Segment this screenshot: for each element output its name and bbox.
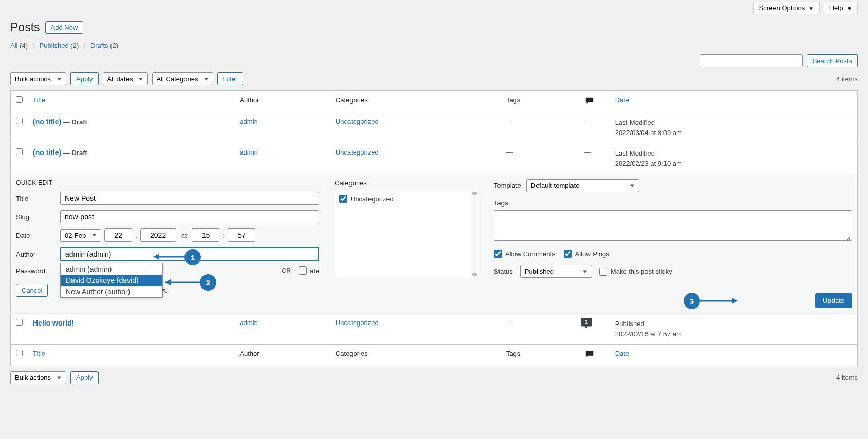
tags-cell: — — [501, 314, 579, 345]
search-posts-button[interactable]: Search Posts — [807, 54, 858, 67]
filter-button[interactable]: Filter — [217, 72, 244, 85]
bulk-actions-select-bottom[interactable]: Bulk actions — [10, 371, 66, 384]
qe-tags-label: Tags — [494, 199, 852, 207]
qe-allow-comments[interactable]: Allow Comments — [494, 250, 556, 258]
screen-options-tab[interactable]: Screen Options ▼ — [753, 2, 820, 14]
category-link[interactable]: Uncategorized — [336, 319, 379, 327]
comments-cell: — — [579, 112, 610, 143]
caret-down-icon: ▼ — [847, 6, 852, 11]
qe-tags-textarea[interactable] — [494, 210, 852, 241]
qe-password-label: Password — [16, 267, 60, 275]
qe-categories-box: Uncategorized — [335, 190, 478, 277]
screen-options-label: Screen Options — [759, 4, 805, 12]
items-count-bottom: 4 items — [836, 374, 858, 381]
author-link[interactable]: admin — [239, 148, 257, 156]
bulk-actions-select[interactable]: Bulk actions — [10, 72, 66, 85]
author-option[interactable]: New Author (author) — [61, 286, 162, 297]
qe-date-label: Date — [16, 232, 60, 239]
col-date[interactable]: Date — [610, 345, 858, 366]
col-tags: Tags — [501, 345, 579, 366]
select-all-checkbox-footer[interactable] — [16, 350, 23, 356]
post-status: — Draft — [63, 149, 87, 157]
search-input[interactable] — [700, 54, 803, 67]
tags-cell: — — [501, 143, 579, 174]
comments-cell[interactable]: 1X — [579, 314, 610, 345]
update-button[interactable]: Update — [815, 293, 852, 308]
row-checkbox[interactable] — [16, 148, 23, 155]
post-status: — Draft — [63, 118, 87, 126]
qe-day-input[interactable] — [104, 228, 132, 242]
help-label: Help — [829, 4, 843, 12]
col-date[interactable]: Date — [610, 91, 858, 112]
annotation-badge-3: 3 — [684, 293, 700, 309]
cursor-icon: ↖ — [161, 286, 168, 296]
comments-cell: — — [579, 143, 610, 174]
qe-or-label: –OR– — [279, 267, 294, 274]
qe-title-label: Title — [16, 195, 60, 202]
svg-marker-5 — [732, 298, 738, 304]
qe-month-select[interactable]: 02-Feb — [60, 229, 101, 242]
tags-cell: — — [501, 112, 579, 143]
author-link[interactable]: admin — [239, 118, 257, 125]
status-filters: All (4) | Published (2) | Drafts (2) — [10, 42, 858, 49]
items-count: 4 items — [836, 75, 858, 83]
post-title-link[interactable]: Hello world! — [33, 319, 74, 327]
apply-button-bottom[interactable]: Apply — [70, 371, 99, 384]
qe-sticky-check[interactable]: Make this post sticky — [599, 268, 672, 276]
filter-published[interactable]: Published — [40, 42, 69, 49]
posts-table: Title Author Categories Tags Date (no ti… — [10, 90, 858, 366]
apply-button[interactable]: Apply — [70, 72, 99, 85]
category-link[interactable]: Uncategorized — [336, 118, 379, 125]
date-cell: Last Modified2022/03/04 at 8:09 am — [610, 112, 858, 143]
filter-all[interactable]: All — [10, 42, 17, 49]
row-checkbox[interactable] — [16, 319, 23, 326]
category-link[interactable]: Uncategorized — [336, 148, 379, 156]
col-categories: Categories — [330, 345, 501, 366]
caret-down-icon: ▼ — [809, 6, 814, 11]
cancel-button[interactable]: Cancel — [16, 284, 48, 297]
qe-author-label: Author — [16, 251, 60, 258]
help-tab[interactable]: Help ▼ — [824, 2, 858, 14]
scrollbar[interactable] — [471, 190, 478, 277]
qe-min-input[interactable] — [228, 228, 255, 242]
arrow-icon — [700, 296, 738, 306]
author-option[interactable]: admin (admin) — [61, 263, 162, 275]
col-comments[interactable] — [579, 91, 610, 112]
qe-status-label: Status — [494, 268, 513, 275]
table-row: Hello world! admin Uncategorized — 1X Pu… — [11, 314, 858, 345]
col-title[interactable]: Title — [28, 91, 234, 112]
qe-private-check[interactable]: ate — [299, 266, 319, 275]
filter-drafts[interactable]: Drafts — [90, 42, 108, 49]
arrow-icon — [164, 277, 200, 288]
col-author: Author — [234, 345, 330, 366]
col-title[interactable]: Title — [28, 345, 234, 366]
comment-icon — [584, 96, 595, 105]
qe-year-input[interactable] — [140, 228, 176, 242]
qe-title-input[interactable] — [60, 192, 319, 205]
qe-template-select[interactable]: Default template — [526, 179, 639, 192]
add-new-button[interactable]: Add New — [45, 21, 84, 34]
svg-marker-1 — [153, 254, 159, 260]
annotation-badge-2: 2 — [200, 274, 216, 291]
post-title-link[interactable]: (no title) — [33, 118, 61, 126]
qe-hour-input[interactable] — [192, 228, 219, 242]
select-all-checkbox[interactable] — [16, 96, 23, 103]
qe-allow-pings[interactable]: Allow Pings — [564, 250, 610, 258]
arrow-icon — [153, 252, 185, 262]
row-checkbox[interactable] — [16, 118, 23, 124]
svg-marker-3 — [164, 279, 171, 285]
qe-at-label: at — [181, 232, 187, 239]
post-title-link[interactable]: (no title) — [33, 148, 61, 157]
date-cell: Last Modified2022/02/23 at 9:10 am — [610, 143, 858, 174]
annotation-badge-1: 1 — [184, 249, 201, 265]
col-author: Author — [234, 91, 330, 112]
qe-slug-input[interactable] — [60, 210, 319, 223]
author-link[interactable]: admin — [239, 319, 257, 327]
author-option[interactable]: David Ozokoye (david) — [61, 275, 162, 286]
date-filter-select[interactable]: All dates — [103, 72, 148, 85]
category-filter-select[interactable]: All Categories — [152, 72, 213, 85]
col-comments[interactable] — [579, 345, 610, 366]
qe-cat-uncategorized[interactable]: Uncategorized — [339, 195, 474, 203]
qe-status-select[interactable]: Published — [520, 265, 592, 278]
table-row: (no title) — Draft admin Uncategorized —… — [11, 112, 858, 143]
